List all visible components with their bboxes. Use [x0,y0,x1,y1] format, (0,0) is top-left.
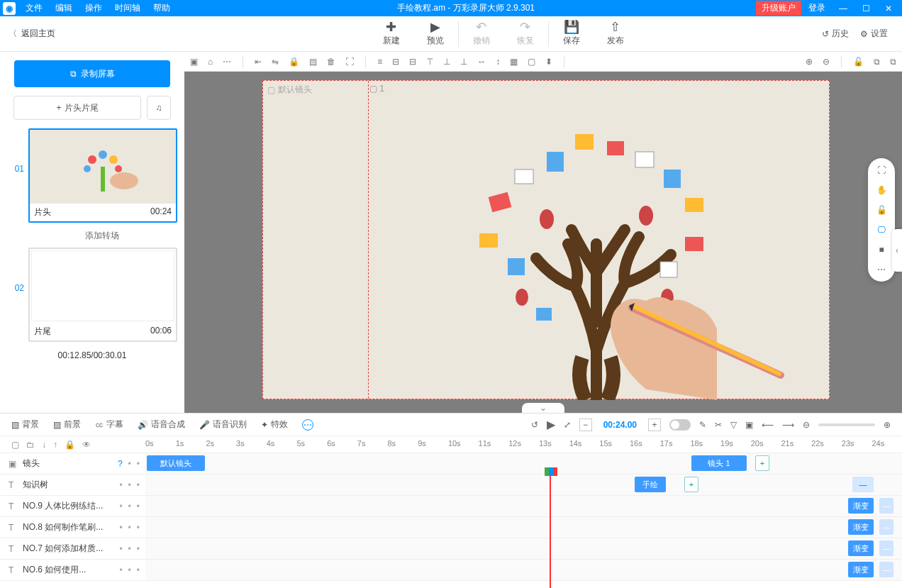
fg-tab[interactable]: ▨前景 [53,418,81,431]
dist-v-icon[interactable]: ↕ [496,57,500,67]
trash-icon[interactable]: 🗑 [327,57,335,67]
subtitle-tab[interactable]: ㏄字幕 [95,418,123,431]
clip-default-camera[interactable]: 默认镜头 [147,455,205,471]
play-icon[interactable]: ▶ [547,418,555,431]
align-top-icon[interactable]: ⊤ [426,57,433,67]
bg-tab[interactable]: ▧背景 [11,418,39,431]
help-icon[interactable]: ? [118,459,123,469]
align-c-icon[interactable]: ⊟ [392,57,399,67]
more-icon[interactable]: ⋯ [223,57,231,67]
lock-icon[interactable]: 🔒 [65,440,75,450]
panel-collapse-handle[interactable]: ‹ [892,229,902,272]
cut-icon[interactable]: ✂ [715,420,722,430]
clip-end[interactable]: — [879,519,893,535]
maximize-button[interactable]: ☐ [855,2,876,15]
zoom-in-icon[interactable]: ⊕ [884,420,891,430]
zoom-out-icon[interactable]: ⊖ [803,420,810,430]
save-button[interactable]: 💾保存 [550,18,593,50]
dot-icon[interactable]: • [137,459,140,469]
expand-icon[interactable]: ⤢ [564,420,571,430]
ungroup-icon[interactable]: ▢ [528,57,535,67]
time-ruler[interactable]: 0s1s2s3s4s5s6s7s8s9s10s11s12s13s14s15s16… [145,436,902,453]
menu-help[interactable]: 帮助 [147,1,176,16]
redo-button[interactable]: ↷恢复 [504,18,547,50]
canvas-stage[interactable]: ▢默认镜头 ▢ 1 [262,80,830,399]
back-home-button[interactable]: 〈 返回主页 [0,16,184,51]
edit-icon[interactable]: ✎ [699,420,706,430]
preview-button[interactable]: ▶预览 [414,18,457,50]
display-icon[interactable]: 🖵 [877,225,886,235]
login-button[interactable]: 登录 [803,1,831,16]
size-icon[interactable]: ⬍ [545,57,552,67]
flip-icon[interactable]: ⇋ [272,57,279,67]
zoom-out-icon[interactable]: ⊖ [823,57,830,67]
time-minus-button[interactable]: − [579,418,592,431]
unlock-icon[interactable]: 🔓 [876,205,887,215]
copy-icon[interactable]: ⧉ [874,57,880,67]
add-transition-button[interactable]: 添加转场 [7,227,177,248]
close-button[interactable]: ✕ [878,2,899,15]
clip-camera-1[interactable]: 镜头 1 [691,455,747,471]
frame-icon[interactable]: ▣ [745,420,753,430]
menu-timeline[interactable]: 时间轴 [109,1,146,16]
chevron-down-handle[interactable]: ⌄ [522,403,564,413]
more-icon[interactable]: ⋯ [877,265,886,274]
clip-end[interactable]: — [879,498,893,514]
lock-icon[interactable]: 🔒 [289,57,299,67]
out-icon[interactable]: ⟶ [782,420,794,430]
clip-end[interactable]: — [879,562,893,577]
menu-action[interactable]: 操作 [79,1,108,16]
clip-end[interactable]: — [879,540,893,556]
fx-tab[interactable]: ✦特效 [261,418,288,431]
clip-hand-draw[interactable]: 手绘 [635,477,666,492]
clip-fade[interactable]: 渐变 [848,498,874,514]
filter-icon[interactable]: ▽ [730,420,737,430]
menu-edit[interactable]: 编辑 [50,1,78,16]
align-right-icon[interactable]: ⊟ [409,57,416,67]
zoom-slider[interactable] [818,423,875,426]
unlock-icon[interactable]: 🔓 [853,57,864,67]
clip-fade[interactable]: 渐变 [848,562,874,577]
toggle-switch[interactable] [669,419,691,431]
align-mid-icon[interactable]: ⊥ [443,57,450,67]
music-button[interactable]: ♫ [147,96,171,120]
focus-icon[interactable]: ⛶ [345,57,354,67]
up-icon[interactable]: ↑ [53,440,57,450]
align-left-icon[interactable]: ≡ [377,57,382,67]
align-bot-icon[interactable]: ⊥ [460,57,467,67]
square-icon[interactable]: ■ [879,245,884,255]
settings-button[interactable]: ⚙设置 [860,28,888,40]
scene-item-2[interactable]: 02 片尾00:06 [7,248,177,342]
menu-file[interactable]: 文件 [20,1,48,16]
playhead[interactable] [550,475,551,588]
asr-tab[interactable]: 🎤语音识别 [199,418,247,431]
new-button[interactable]: ✚新建 [370,18,413,50]
tts-tab[interactable]: 🔊语音合成 [138,418,185,431]
home-icon[interactable]: ⌂ [208,57,213,67]
head-foot-button[interactable]: +片头片尾 [13,96,141,120]
upgrade-button[interactable]: 升级账户 [756,1,801,16]
dot-icon[interactable]: • [128,459,131,469]
in-icon[interactable]: ⟵ [762,420,774,430]
dist-h-icon[interactable]: ↔ [477,57,486,67]
fullscreen-icon[interactable]: ⛶ [877,165,886,175]
clip-fade[interactable]: 渐变 [848,540,874,556]
layer-icon[interactable]: ▤ [309,57,317,67]
add-clip-button[interactable]: + [755,455,769,471]
history-button[interactable]: ↺历史 [822,28,849,40]
zoom-in-icon[interactable]: ⊕ [806,57,813,67]
clip-minus[interactable]: — [852,477,874,492]
clip-fade[interactable]: 渐变 [848,519,874,535]
more-tabs-button[interactable]: ⋯ [302,419,313,431]
folder-icon[interactable]: 🗀 [26,440,35,450]
eye-icon[interactable]: 👁 [82,440,91,450]
group-icon[interactable]: ▦ [510,57,518,67]
rewind-icon[interactable]: ↺ [531,420,538,430]
minimize-button[interactable]: — [833,2,854,15]
undo-button[interactable]: ↶撤销 [460,18,503,50]
scene-item-1[interactable]: 01 片头00:24 [7,128,177,223]
hand-icon[interactable]: ✋ [876,185,887,195]
record-screen-button[interactable]: ⧉录制屏幕 [14,60,170,87]
down-icon[interactable]: ↓ [42,440,46,450]
align-icon[interactable]: ⇤ [255,57,262,67]
